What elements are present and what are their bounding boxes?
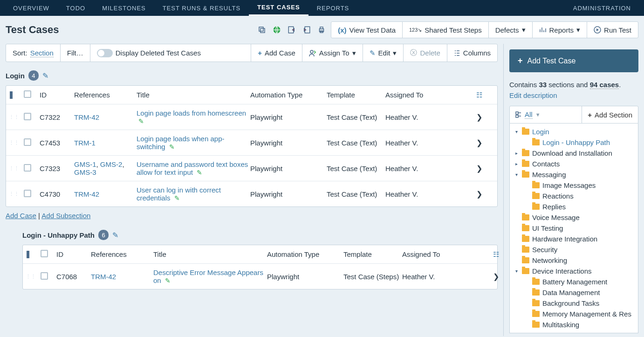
select-all-checkbox[interactable] xyxy=(41,250,55,259)
tree-node[interactable]: Background Tasks xyxy=(514,298,634,309)
delete-button[interactable]: ⓧ Delete xyxy=(403,44,446,62)
tree-node[interactable]: Image Messages xyxy=(514,180,634,191)
add-test-case-button[interactable]: + Add Test Case xyxy=(509,49,638,72)
tree-node[interactable]: Battery Management xyxy=(514,276,634,287)
tree-node[interactable]: UI Testing xyxy=(514,223,634,234)
tree-node[interactable]: Hardware Integration xyxy=(514,234,634,244)
add-subsection-link[interactable]: Add Subsection xyxy=(41,212,90,220)
col-references[interactable]: References xyxy=(74,91,135,99)
row-checkbox[interactable] xyxy=(41,272,55,281)
drag-handle[interactable]: ⋮⋮ xyxy=(9,114,22,120)
tree-twisty-icon[interactable]: ▾ xyxy=(514,268,519,274)
edit-section-icon[interactable]: ✎ xyxy=(42,71,48,80)
toggle-switch[interactable] xyxy=(97,49,113,57)
defects-button[interactable]: Defects ▾ xyxy=(488,22,532,38)
select-all-checkbox[interactable] xyxy=(24,90,38,99)
row-checkbox[interactable] xyxy=(24,164,38,173)
tree-node[interactable]: ▾ Messaging xyxy=(514,169,634,180)
filter-control[interactable]: Filt… xyxy=(60,44,90,62)
drag-handle[interactable]: ⋮⋮ xyxy=(9,140,22,146)
edit-section-icon[interactable]: ✎ xyxy=(112,231,118,240)
row-checkbox[interactable] xyxy=(24,190,38,199)
open-case-icon[interactable]: ❯ xyxy=(466,164,482,173)
drag-handle[interactable]: ⋮⋮ xyxy=(9,165,22,172)
col-assigned[interactable]: Assigned To xyxy=(402,250,481,258)
tree-node[interactable]: Data Management xyxy=(514,287,634,298)
row-checkbox[interactable] xyxy=(24,138,38,147)
reference-link[interactable]: GMS-2 xyxy=(100,160,123,168)
reference-link[interactable]: TRM-42 xyxy=(91,273,116,281)
col-template[interactable]: Template xyxy=(343,250,400,258)
tree-twisty-icon[interactable]: ▾ xyxy=(514,172,519,177)
tree-node[interactable]: Security xyxy=(514,244,634,255)
open-case-icon[interactable]: ❯ xyxy=(483,272,499,281)
nav-reports[interactable]: REPORTS xyxy=(308,0,358,16)
tree-node[interactable]: ▾ Device Interactions xyxy=(514,266,634,276)
drag-handle[interactable]: ⋮⋮ xyxy=(26,274,39,280)
col-assigned[interactable]: Assigned To xyxy=(385,91,465,99)
display-deleted-toggle[interactable]: Display Deleted Test Cases xyxy=(90,44,251,62)
edit-description-link[interactable]: Edit description xyxy=(509,91,557,99)
reports-button[interactable]: Reports ▾ xyxy=(532,22,587,38)
case-title-link[interactable]: Username and password text boxes allow f… xyxy=(137,160,248,176)
add-case-link[interactable]: Add Case xyxy=(6,212,36,220)
assign-to-button[interactable]: Assign To ▾ xyxy=(302,44,363,62)
col-title[interactable]: Title xyxy=(137,91,248,99)
drag-handle[interactable]: ⋮⋮ xyxy=(9,191,22,197)
import-icon[interactable] xyxy=(286,24,297,35)
tree-node[interactable]: Reactions xyxy=(514,191,634,201)
col-id[interactable]: ID xyxy=(56,250,89,258)
tree-twisty-icon[interactable]: ▾ xyxy=(514,129,519,134)
case-title-link[interactable]: Login page loads from homescreen xyxy=(137,109,246,117)
case-title-link[interactable]: Login page loads when app-switching xyxy=(137,135,224,151)
inline-edit-icon[interactable]: ✎ xyxy=(165,277,171,284)
sort-control[interactable]: Sort: Section xyxy=(6,44,60,62)
col-automation[interactable]: Automation Type xyxy=(250,91,325,99)
detail-view-icon[interactable]: ☷ xyxy=(483,250,499,259)
tree-node[interactable]: Networking xyxy=(514,255,634,266)
columns-button[interactable]: Columns xyxy=(447,44,497,62)
open-case-icon[interactable]: ❯ xyxy=(466,138,482,147)
copy-icon[interactable] xyxy=(256,24,267,35)
edit-button[interactable]: ✎ Edit ▾ xyxy=(363,44,404,62)
open-case-icon[interactable]: ❯ xyxy=(466,113,482,122)
nav-administration[interactable]: ADMINISTRATION xyxy=(565,0,639,16)
add-section-button[interactable]: + Add Section xyxy=(582,106,638,123)
tree-node[interactable]: Login - Unhappy Path xyxy=(514,137,634,148)
nav-testruns[interactable]: TEST RUNS & RESULTS xyxy=(154,0,249,16)
tree-node[interactable]: Replies xyxy=(514,201,634,212)
col-id[interactable]: ID xyxy=(40,91,72,99)
col-automation[interactable]: Automation Type xyxy=(267,250,342,258)
view-test-data-button[interactable]: (x) View Test Data xyxy=(331,22,402,38)
open-case-icon[interactable]: ❯ xyxy=(466,190,482,199)
row-checkbox[interactable] xyxy=(24,113,38,122)
reference-link[interactable]: TRM-42 xyxy=(74,190,99,198)
shared-steps-button[interactable]: 123↘ Shared Test Steps xyxy=(402,22,488,38)
nav-todo[interactable]: TODO xyxy=(58,0,94,16)
inline-edit-icon[interactable]: ✎ xyxy=(197,169,202,176)
col-references[interactable]: References xyxy=(91,250,151,258)
export-icon[interactable] xyxy=(301,24,312,35)
reference-link[interactable]: GMS-1 xyxy=(74,160,96,168)
col-template[interactable]: Template xyxy=(327,91,384,99)
inline-edit-icon[interactable]: ✎ xyxy=(174,194,180,202)
tree-node[interactable]: Memory Management & Res xyxy=(514,309,634,319)
import-globe-icon[interactable] xyxy=(271,24,282,35)
nav-overview[interactable]: OVERVIEW xyxy=(5,0,58,16)
tree-node[interactable]: ▸ Contacts xyxy=(514,158,634,169)
tree-node[interactable]: Voice Message xyxy=(514,212,634,223)
print-icon[interactable] xyxy=(316,24,327,35)
nav-milestones[interactable]: MILESTONES xyxy=(94,0,154,16)
tree-twisty-icon[interactable]: ▸ xyxy=(514,161,519,166)
tree-all-filter[interactable]: All ▼ xyxy=(510,106,546,123)
tree-node[interactable]: Multitasking xyxy=(514,319,634,330)
detail-view-icon[interactable]: ☷ xyxy=(466,91,482,99)
tree-node[interactable]: ▸ Download and Installation xyxy=(514,148,634,158)
reference-link[interactable]: TRM-42 xyxy=(74,113,99,121)
nav-testcases[interactable]: TEST CASES xyxy=(249,0,308,16)
cases-count-link[interactable]: 94 cases xyxy=(590,81,619,89)
inline-edit-icon[interactable]: ✎ xyxy=(138,117,144,125)
run-test-button[interactable]: Run Test xyxy=(587,22,638,38)
reference-link[interactable]: TRM-1 xyxy=(74,139,96,147)
inline-edit-icon[interactable]: ✎ xyxy=(169,143,175,151)
